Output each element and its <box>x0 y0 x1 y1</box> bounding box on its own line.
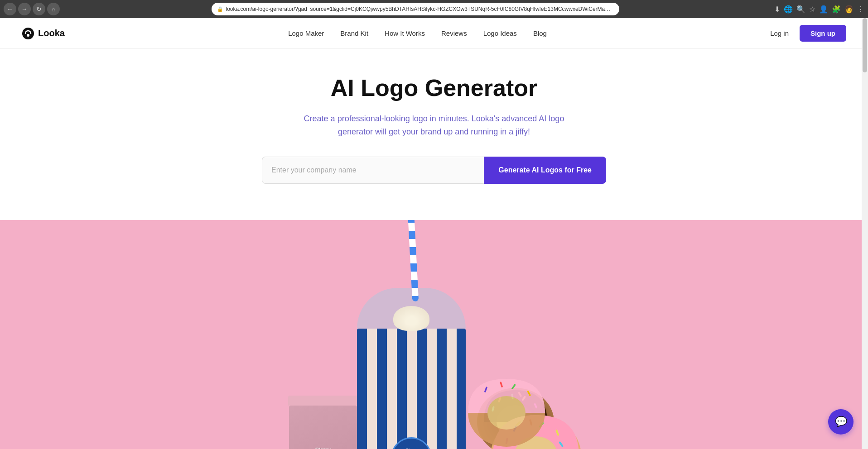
small-cup: Glazey Daze <box>289 396 357 449</box>
cups-container: Glazey Daze <box>275 238 593 449</box>
browser-right-icons: ⬇ 🌐 🔍 ☆ 👤 🧩 👩 ⋮ <box>774 5 864 14</box>
main-cup: Glazey <box>357 288 466 449</box>
svg-point-0 <box>22 28 34 39</box>
navbar-nav: Logo Maker Brand Kit How It Works Review… <box>288 29 547 37</box>
whipped-cream <box>393 306 429 331</box>
nav-reviews[interactable]: Reviews <box>441 29 467 37</box>
bookmark-icon[interactable]: ☆ <box>809 5 815 14</box>
second-pink-donut <box>466 377 547 449</box>
forward-button[interactable]: → <box>18 3 31 15</box>
address-bar[interactable]: 🔒 looka.com/ai-logo-generator/?gad_sourc… <box>212 3 619 15</box>
donuts-group <box>488 413 583 449</box>
avatar-icon[interactable]: 👩 <box>844 5 854 14</box>
product-section: Glazey Daze <box>0 220 868 449</box>
main-cup-body: Glazey <box>357 329 466 449</box>
extensions-icon[interactable]: 🧩 <box>832 5 841 14</box>
product-image-area: Glazey Daze <box>0 220 868 449</box>
cup-badge: Glazey <box>391 437 432 449</box>
browser-chrome: ← → ↻ ⌂ 🔒 looka.com/ai-logo-generator/?g… <box>0 0 868 18</box>
translate-icon[interactable]: 🌐 <box>784 5 793 14</box>
chat-icon: 💬 <box>835 416 847 428</box>
logo-text: Looka <box>38 28 65 38</box>
home-button[interactable]: ⌂ <box>47 3 60 15</box>
nav-brand-kit[interactable]: Brand Kit <box>340 29 368 37</box>
dome <box>357 288 466 329</box>
scrollbar-thumb[interactable] <box>863 18 867 72</box>
site-logo[interactable]: Looka <box>22 27 65 40</box>
small-cup-lid <box>288 396 358 406</box>
small-cup-label: Glazey Daze <box>315 446 331 449</box>
scrollbar[interactable] <box>862 18 868 449</box>
nav-blog[interactable]: Blog <box>533 29 547 37</box>
small-cup-body: Glazey Daze <box>289 406 357 449</box>
hero-title: AI Logo Generator <box>0 74 868 101</box>
company-name-input[interactable] <box>262 157 484 184</box>
navbar-actions: Log in Sign up <box>770 25 846 42</box>
chat-bubble-button[interactable]: 💬 <box>828 409 854 435</box>
browser-controls: ← → ↻ ⌂ <box>4 3 60 15</box>
svg-point-1 <box>27 34 29 37</box>
login-button[interactable]: Log in <box>770 29 789 37</box>
hero-subtitle: Create a professional-looking logo in mi… <box>294 112 574 139</box>
svg-point-21 <box>487 396 526 430</box>
download-icon[interactable]: ⬇ <box>774 5 780 14</box>
menu-icon[interactable]: ⋮ <box>857 5 864 14</box>
generate-logos-button[interactable]: Generate AI Logos for Free <box>484 157 606 184</box>
zoom-icon[interactable]: 🔍 <box>796 5 805 14</box>
hero-section: AI Logo Generator Create a professional-… <box>0 49 868 220</box>
nav-how-it-works[interactable]: How It Works <box>385 29 425 37</box>
profile-icon[interactable]: 👤 <box>819 5 828 14</box>
hero-form: Generate AI Logos for Free <box>262 157 606 184</box>
signup-button[interactable]: Sign up <box>800 25 846 42</box>
refresh-button[interactable]: ↻ <box>33 3 45 15</box>
lock-icon: 🔒 <box>217 6 223 12</box>
nav-logo-ideas[interactable]: Logo Ideas <box>483 29 517 37</box>
navbar: Looka Logo Maker Brand Kit How It Works … <box>0 18 868 49</box>
nav-logo-maker[interactable]: Logo Maker <box>288 29 324 37</box>
back-button[interactable]: ← <box>4 3 16 15</box>
looka-logo-icon <box>22 27 34 40</box>
url-text: looka.com/ai-logo-generator/?gad_source=… <box>226 6 614 12</box>
